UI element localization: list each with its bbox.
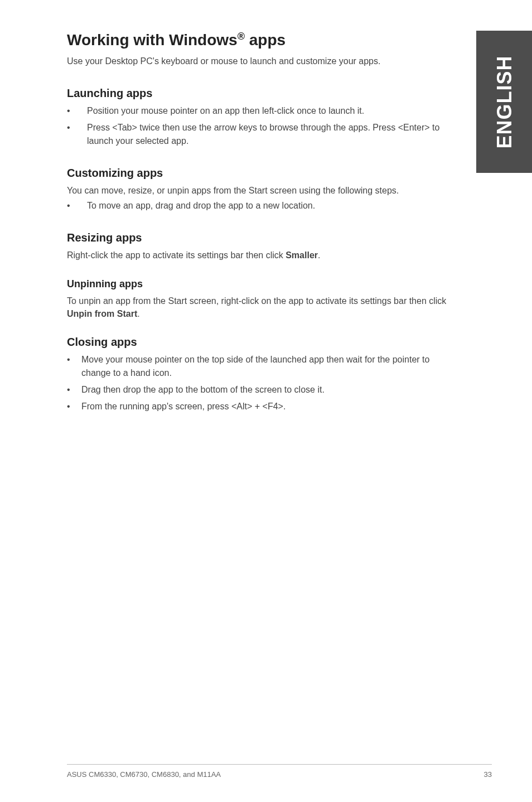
bullet-icon: •: [67, 400, 81, 413]
list-item: • To move an app, drag and drop the app …: [67, 199, 454, 212]
list-item: • Position your mouse pointer on an app …: [67, 104, 454, 118]
launching-list: • Position your mouse pointer on an app …: [67, 104, 454, 148]
page-content: Working with Windows® apps Use your Desk…: [0, 0, 532, 802]
bullet-icon: •: [67, 104, 87, 118]
unpinning-paragraph: To unpin an app from the Start screen, r…: [67, 294, 454, 320]
section-resizing-title: Resizing apps: [67, 231, 454, 244]
bullet-icon: •: [67, 121, 87, 148]
customizing-list: • To move an app, drag and drop the app …: [67, 199, 454, 212]
page-number: 33: [484, 770, 492, 779]
list-item-text: Drag then drop the app to the bottom of …: [81, 383, 454, 397]
footer-left: ASUS CM6330, CM6730, CM6830, and M11AA: [67, 770, 221, 779]
list-item-text: To move an app, drag and drop the app to…: [87, 199, 454, 212]
bullet-icon: •: [67, 383, 81, 397]
section-customizing-title: Customizing apps: [67, 167, 454, 180]
page-footer: ASUS CM6330, CM6730, CM6830, and M11AA 3…: [67, 764, 492, 779]
resizing-paragraph: Right-click the app to activate its sett…: [67, 249, 454, 262]
list-item: • Press <Tab> twice then use the arrow k…: [67, 121, 454, 148]
bullet-icon: •: [67, 199, 87, 212]
bullet-icon: •: [67, 353, 81, 380]
intro-paragraph: Use your Desktop PC's keyboard or mouse …: [67, 55, 454, 67]
closing-list: • Move your mouse pointer on the top sid…: [67, 353, 454, 413]
list-item: • Move your mouse pointer on the top sid…: [67, 353, 454, 380]
main-content: Working with Windows® apps Use your Desk…: [67, 31, 454, 413]
section-closing-title: Closing apps: [67, 336, 454, 349]
list-item-text: Press <Tab> twice then use the arrow key…: [87, 121, 454, 148]
section-launching-title: Launching apps: [67, 87, 454, 100]
list-item: • Drag then drop the app to the bottom o…: [67, 383, 454, 397]
list-item-text: Position your mouse pointer on an app th…: [87, 104, 454, 118]
list-item-text: From the running app's screen, press <Al…: [81, 400, 454, 413]
list-item-text: Move your mouse pointer on the top side …: [81, 353, 454, 380]
section-unpinning-title: Unpinning apps: [67, 278, 454, 290]
customizing-intro: You can move, resize, or unpin apps from…: [67, 184, 454, 197]
page-title: Working with Windows® apps: [67, 31, 454, 49]
list-item: • From the running app's screen, press <…: [67, 400, 454, 413]
